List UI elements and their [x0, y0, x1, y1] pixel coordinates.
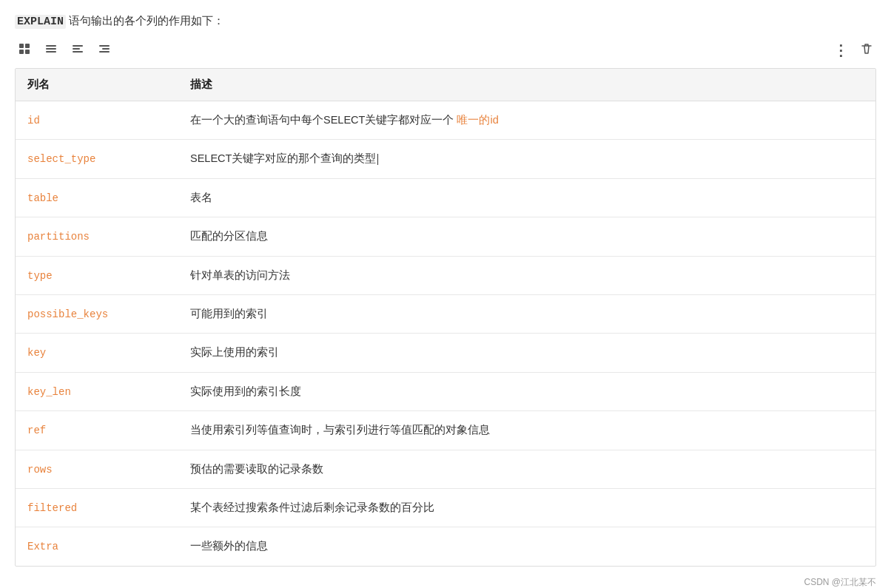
desc-text: 预估的需要读取的记录条数 — [190, 463, 323, 475]
svg-rect-5 — [46, 48, 56, 50]
more-options-icon[interactable]: ⋮ — [830, 40, 851, 61]
cell-col-desc: 表名 — [178, 178, 875, 217]
desc-text: 可能用到的索引 — [190, 308, 268, 320]
cell-col-desc: 实际上使用的索引 — [178, 334, 875, 372]
delete-icon[interactable] — [857, 41, 876, 60]
align-left-icon[interactable] — [68, 41, 87, 60]
desc-text: 在一个大的查询语句中每个SELECT关键字都对应一个 — [190, 114, 457, 126]
toolbar-left — [15, 41, 114, 60]
toolbar-right: ⋮ — [830, 40, 876, 61]
grid-icon[interactable] — [15, 41, 34, 60]
cell-col-desc: 匹配的分区信息 — [178, 217, 875, 256]
column-name-value: select_type — [27, 153, 95, 165]
desc-link[interactable]: 唯一的id — [457, 114, 498, 126]
intro-text: EXPLAIN 语句输出的各个列的作用如下： — [15, 12, 876, 31]
table-wrapper: 列名 描述 id在一个大的查询语句中每个SELECT关键字都对应一个 唯一的id… — [15, 68, 876, 567]
cell-col-name: possible_keys — [16, 294, 178, 333]
table-row: table表名 — [16, 178, 875, 217]
table-row: filtered某个表经过搜索条件过滤后剩余记录条数的百分比 — [16, 488, 875, 527]
svg-rect-10 — [99, 45, 110, 47]
svg-rect-0 — [19, 44, 24, 48]
cell-col-name: key — [16, 334, 178, 372]
cell-col-name: select_type — [16, 140, 178, 178]
desc-text: 当使用索引列等值查询时，与索引列进行等值匹配的对象信息 — [190, 424, 490, 436]
cell-col-name: partitions — [16, 217, 178, 256]
column-name-value: type — [27, 270, 53, 282]
table-row: partitions匹配的分区信息 — [16, 217, 875, 256]
column-name-value: possible_keys — [27, 308, 108, 320]
align-right-icon[interactable] — [95, 41, 114, 60]
svg-rect-3 — [25, 50, 30, 54]
intro-suffix: 语句输出的各个列的作用如下： — [66, 14, 224, 27]
cell-col-name: key_len — [16, 372, 178, 410]
column-name-value: ref — [27, 425, 46, 436]
table-row: ref当使用索引列等值查询时，与索引列进行等值匹配的对象信息 — [16, 411, 875, 450]
cell-col-name: rows — [16, 450, 178, 488]
text-cursor — [377, 154, 378, 165]
cell-col-desc: 实际使用到的索引长度 — [178, 372, 875, 410]
toolbar: ⋮ — [15, 40, 876, 61]
svg-rect-12 — [99, 51, 110, 53]
page-container: EXPLAIN 语句输出的各个列的作用如下： — [0, 0, 891, 588]
desc-text: 针对单表的访问方法 — [190, 269, 290, 281]
cell-col-name: id — [16, 101, 178, 140]
explain-keyword: EXPLAIN — [15, 15, 66, 29]
svg-rect-4 — [46, 45, 56, 47]
column-name-value: key — [27, 347, 46, 359]
column-name-value: filtered — [27, 502, 77, 514]
cell-col-desc: 一些额外的信息 — [178, 527, 875, 566]
desc-text: 某个表经过搜索条件过滤后剩余记录条数的百分比 — [190, 501, 434, 513]
desc-text: 实际使用到的索引长度 — [190, 385, 301, 397]
column-name-value: Extra — [27, 541, 58, 552]
table-row: Extra一些额外的信息 — [16, 527, 875, 566]
table-row: select_typeSELECT关键字对应的那个查询的类型 — [16, 140, 875, 178]
table-row: rows预估的需要读取的记录条数 — [16, 450, 875, 488]
table-row: key_len实际使用到的索引长度 — [16, 372, 875, 410]
desc-text: 实际上使用的索引 — [190, 346, 279, 358]
cell-col-desc: 当使用索引列等值查询时，与索引列进行等值匹配的对象信息 — [178, 411, 875, 450]
list-icon[interactable] — [41, 41, 61, 60]
table-row: possible_keys可能用到的索引 — [16, 294, 875, 333]
svg-rect-8 — [73, 48, 80, 50]
desc-text: SELECT关键字对应的那个查询的类型 — [190, 152, 376, 164]
cell-col-desc: 可能用到的索引 — [178, 294, 875, 333]
explain-table: 列名 描述 id在一个大的查询语句中每个SELECT关键字都对应一个 唯一的id… — [16, 69, 875, 566]
svg-rect-9 — [73, 51, 83, 53]
column-name-value: rows — [27, 464, 53, 476]
column-name-value: partitions — [27, 231, 90, 243]
cell-col-name: table — [16, 178, 178, 217]
cell-col-desc: 某个表经过搜索条件过滤后剩余记录条数的百分比 — [178, 488, 875, 527]
table-header-row: 列名 描述 — [16, 69, 875, 101]
column-name-value: key_len — [27, 386, 71, 398]
desc-text: 表名 — [190, 192, 212, 203]
cell-col-name: filtered — [16, 488, 178, 527]
svg-rect-7 — [73, 45, 83, 47]
svg-rect-11 — [102, 48, 110, 50]
cell-col-desc: SELECT关键字对应的那个查询的类型 — [178, 140, 875, 178]
footer-watermark: CSDN @江北某不 — [804, 576, 876, 588]
cell-col-name: Extra — [16, 527, 178, 566]
cell-col-name: ref — [16, 411, 178, 450]
desc-text: 匹配的分区信息 — [190, 230, 268, 242]
svg-rect-1 — [25, 44, 30, 48]
desc-text: 一些额外的信息 — [190, 540, 268, 552]
column-name-value: table — [27, 192, 58, 204]
svg-rect-2 — [19, 50, 24, 54]
svg-rect-6 — [46, 51, 56, 53]
header-col-name: 列名 — [16, 69, 178, 101]
table-row: key实际上使用的索引 — [16, 334, 875, 372]
column-name-value: id — [27, 115, 40, 126]
table-row: id在一个大的查询语句中每个SELECT关键字都对应一个 唯一的id — [16, 101, 875, 140]
cell-col-name: type — [16, 256, 178, 294]
cell-col-desc: 针对单表的访问方法 — [178, 256, 875, 294]
cell-col-desc: 在一个大的查询语句中每个SELECT关键字都对应一个 唯一的id — [178, 101, 875, 140]
header-col-desc: 描述 — [178, 69, 875, 101]
cell-col-desc: 预估的需要读取的记录条数 — [178, 450, 875, 488]
table-row: type针对单表的访问方法 — [16, 256, 875, 294]
